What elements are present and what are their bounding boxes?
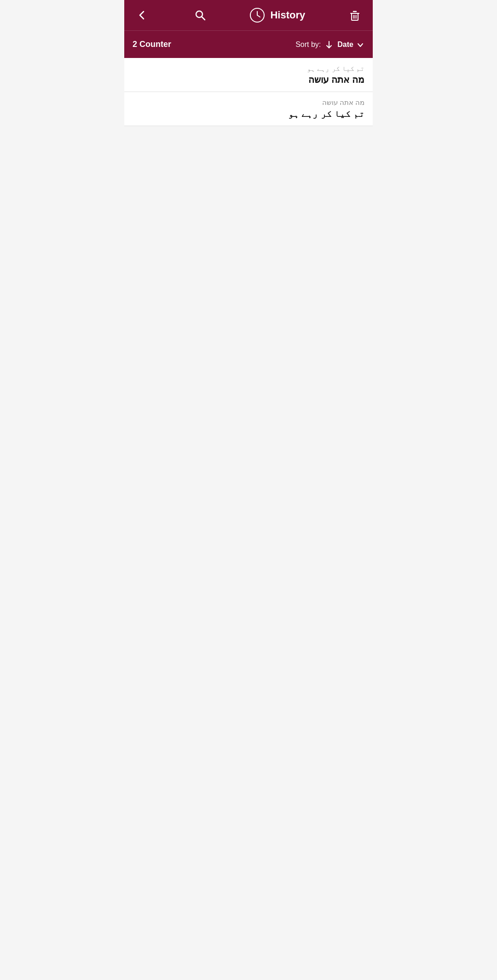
history-list: تم کیا کر رہے ہو מה אתה עושה מה אתה עושה… bbox=[124, 58, 373, 126]
sort-value-label: Date bbox=[337, 40, 353, 49]
counter-label: 2 Counter bbox=[133, 40, 171, 49]
trash-icon bbox=[348, 8, 362, 22]
search-icon bbox=[194, 9, 207, 22]
delete-button[interactable] bbox=[345, 6, 364, 25]
list-item[interactable]: تم کیا کر رہے ہو מה אתה עושה bbox=[124, 58, 373, 92]
sort-direction-icon bbox=[324, 40, 334, 49]
toolbar: 2 Counter Sort by: Date bbox=[124, 30, 373, 58]
sort-dropdown[interactable]: Date bbox=[337, 40, 364, 49]
header-title-section: History bbox=[249, 7, 305, 23]
chevron-down-icon bbox=[356, 40, 364, 49]
page-title: History bbox=[270, 9, 305, 21]
app-header: History bbox=[124, 0, 373, 30]
item-source-text: تم کیا کر رہے ہو bbox=[307, 64, 364, 72]
svg-line-1 bbox=[202, 17, 205, 20]
back-arrow-icon bbox=[135, 9, 148, 22]
sort-section: Sort by: Date bbox=[295, 40, 364, 49]
clock-icon bbox=[249, 7, 266, 23]
sort-by-label: Sort by: bbox=[295, 40, 321, 49]
item-translation-text: מה אתה עושה bbox=[308, 74, 364, 85]
item-source-text: מה אתה עושה bbox=[322, 98, 364, 107]
back-button[interactable] bbox=[133, 6, 151, 24]
empty-content-area bbox=[124, 126, 373, 954]
svg-line-4 bbox=[257, 15, 260, 17]
search-button[interactable] bbox=[191, 6, 209, 24]
item-translation-text: تم کیا کر رہے ہو bbox=[288, 109, 364, 119]
list-item[interactable]: מה אתה עושה تم کیا کر رہے ہو bbox=[124, 92, 373, 126]
